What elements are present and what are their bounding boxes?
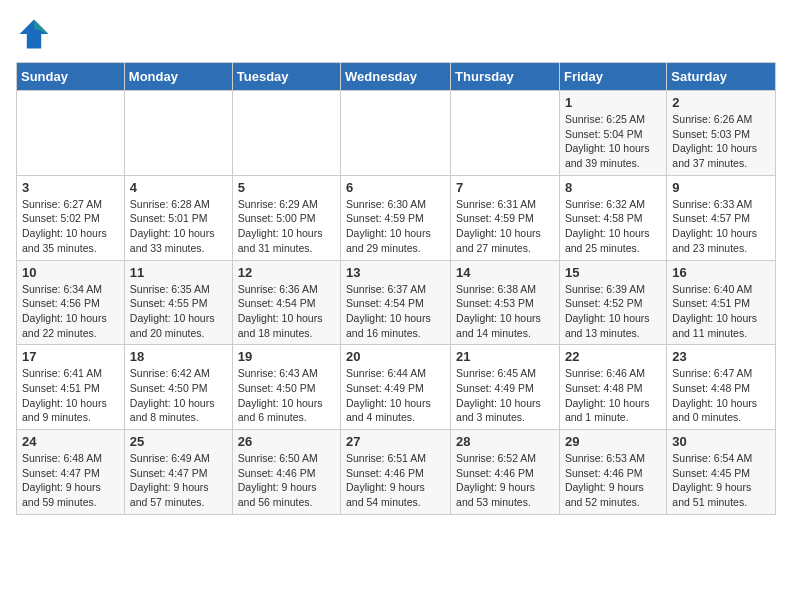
day-number: 1 [565, 95, 661, 110]
calendar-cell: 3Sunrise: 6:27 AM Sunset: 5:02 PM Daylig… [17, 175, 125, 260]
day-number: 9 [672, 180, 770, 195]
day-info: Sunrise: 6:31 AM Sunset: 4:59 PM Dayligh… [456, 198, 541, 254]
calendar-cell [17, 91, 125, 176]
day-info: Sunrise: 6:53 AM Sunset: 4:46 PM Dayligh… [565, 452, 645, 508]
day-number: 29 [565, 434, 661, 449]
day-info: Sunrise: 6:25 AM Sunset: 5:04 PM Dayligh… [565, 113, 650, 169]
calendar-cell: 23Sunrise: 6:47 AM Sunset: 4:48 PM Dayli… [667, 345, 776, 430]
calendar-cell: 13Sunrise: 6:37 AM Sunset: 4:54 PM Dayli… [341, 260, 451, 345]
day-info: Sunrise: 6:41 AM Sunset: 4:51 PM Dayligh… [22, 367, 107, 423]
weekday-header-thursday: Thursday [451, 63, 560, 91]
calendar-cell: 22Sunrise: 6:46 AM Sunset: 4:48 PM Dayli… [559, 345, 666, 430]
day-info: Sunrise: 6:27 AM Sunset: 5:02 PM Dayligh… [22, 198, 107, 254]
weekday-header-saturday: Saturday [667, 63, 776, 91]
day-number: 12 [238, 265, 335, 280]
day-number: 17 [22, 349, 119, 364]
day-info: Sunrise: 6:46 AM Sunset: 4:48 PM Dayligh… [565, 367, 650, 423]
calendar-cell: 21Sunrise: 6:45 AM Sunset: 4:49 PM Dayli… [451, 345, 560, 430]
day-info: Sunrise: 6:47 AM Sunset: 4:48 PM Dayligh… [672, 367, 757, 423]
day-info: Sunrise: 6:44 AM Sunset: 4:49 PM Dayligh… [346, 367, 431, 423]
day-number: 3 [22, 180, 119, 195]
calendar-cell: 1Sunrise: 6:25 AM Sunset: 5:04 PM Daylig… [559, 91, 666, 176]
calendar-cell: 4Sunrise: 6:28 AM Sunset: 5:01 PM Daylig… [124, 175, 232, 260]
calendar-cell [124, 91, 232, 176]
calendar-cell: 9Sunrise: 6:33 AM Sunset: 4:57 PM Daylig… [667, 175, 776, 260]
day-number: 22 [565, 349, 661, 364]
calendar-cell: 19Sunrise: 6:43 AM Sunset: 4:50 PM Dayli… [232, 345, 340, 430]
calendar-cell: 16Sunrise: 6:40 AM Sunset: 4:51 PM Dayli… [667, 260, 776, 345]
calendar-week-row: 1Sunrise: 6:25 AM Sunset: 5:04 PM Daylig… [17, 91, 776, 176]
day-number: 26 [238, 434, 335, 449]
weekday-header-tuesday: Tuesday [232, 63, 340, 91]
day-number: 6 [346, 180, 445, 195]
calendar-cell: 20Sunrise: 6:44 AM Sunset: 4:49 PM Dayli… [341, 345, 451, 430]
calendar-week-row: 17Sunrise: 6:41 AM Sunset: 4:51 PM Dayli… [17, 345, 776, 430]
calendar-cell: 25Sunrise: 6:49 AM Sunset: 4:47 PM Dayli… [124, 430, 232, 515]
day-number: 21 [456, 349, 554, 364]
day-info: Sunrise: 6:42 AM Sunset: 4:50 PM Dayligh… [130, 367, 215, 423]
day-info: Sunrise: 6:54 AM Sunset: 4:45 PM Dayligh… [672, 452, 752, 508]
calendar-cell: 26Sunrise: 6:50 AM Sunset: 4:46 PM Dayli… [232, 430, 340, 515]
day-info: Sunrise: 6:45 AM Sunset: 4:49 PM Dayligh… [456, 367, 541, 423]
calendar-week-row: 10Sunrise: 6:34 AM Sunset: 4:56 PM Dayli… [17, 260, 776, 345]
day-number: 7 [456, 180, 554, 195]
day-info: Sunrise: 6:28 AM Sunset: 5:01 PM Dayligh… [130, 198, 215, 254]
day-number: 25 [130, 434, 227, 449]
day-number: 14 [456, 265, 554, 280]
day-info: Sunrise: 6:49 AM Sunset: 4:47 PM Dayligh… [130, 452, 210, 508]
day-number: 13 [346, 265, 445, 280]
calendar-cell: 11Sunrise: 6:35 AM Sunset: 4:55 PM Dayli… [124, 260, 232, 345]
day-info: Sunrise: 6:35 AM Sunset: 4:55 PM Dayligh… [130, 283, 215, 339]
day-info: Sunrise: 6:36 AM Sunset: 4:54 PM Dayligh… [238, 283, 323, 339]
calendar-week-row: 24Sunrise: 6:48 AM Sunset: 4:47 PM Dayli… [17, 430, 776, 515]
day-number: 4 [130, 180, 227, 195]
day-info: Sunrise: 6:50 AM Sunset: 4:46 PM Dayligh… [238, 452, 318, 508]
weekday-header-sunday: Sunday [17, 63, 125, 91]
weekday-header-monday: Monday [124, 63, 232, 91]
day-info: Sunrise: 6:33 AM Sunset: 4:57 PM Dayligh… [672, 198, 757, 254]
calendar-cell: 24Sunrise: 6:48 AM Sunset: 4:47 PM Dayli… [17, 430, 125, 515]
day-info: Sunrise: 6:51 AM Sunset: 4:46 PM Dayligh… [346, 452, 426, 508]
day-info: Sunrise: 6:48 AM Sunset: 4:47 PM Dayligh… [22, 452, 102, 508]
day-info: Sunrise: 6:38 AM Sunset: 4:53 PM Dayligh… [456, 283, 541, 339]
day-number: 15 [565, 265, 661, 280]
day-info: Sunrise: 6:52 AM Sunset: 4:46 PM Dayligh… [456, 452, 536, 508]
calendar-cell: 14Sunrise: 6:38 AM Sunset: 4:53 PM Dayli… [451, 260, 560, 345]
day-info: Sunrise: 6:40 AM Sunset: 4:51 PM Dayligh… [672, 283, 757, 339]
day-number: 28 [456, 434, 554, 449]
day-number: 24 [22, 434, 119, 449]
logo-icon [16, 16, 52, 52]
day-number: 18 [130, 349, 227, 364]
calendar-table: SundayMondayTuesdayWednesdayThursdayFrid… [16, 62, 776, 515]
day-number: 11 [130, 265, 227, 280]
logo [16, 16, 56, 52]
calendar-cell: 29Sunrise: 6:53 AM Sunset: 4:46 PM Dayli… [559, 430, 666, 515]
weekday-header-row: SundayMondayTuesdayWednesdayThursdayFrid… [17, 63, 776, 91]
calendar-cell: 12Sunrise: 6:36 AM Sunset: 4:54 PM Dayli… [232, 260, 340, 345]
day-number: 10 [22, 265, 119, 280]
calendar-cell: 2Sunrise: 6:26 AM Sunset: 5:03 PM Daylig… [667, 91, 776, 176]
calendar-cell: 17Sunrise: 6:41 AM Sunset: 4:51 PM Dayli… [17, 345, 125, 430]
calendar-cell: 15Sunrise: 6:39 AM Sunset: 4:52 PM Dayli… [559, 260, 666, 345]
day-info: Sunrise: 6:37 AM Sunset: 4:54 PM Dayligh… [346, 283, 431, 339]
calendar-cell: 27Sunrise: 6:51 AM Sunset: 4:46 PM Dayli… [341, 430, 451, 515]
day-number: 27 [346, 434, 445, 449]
calendar-cell: 5Sunrise: 6:29 AM Sunset: 5:00 PM Daylig… [232, 175, 340, 260]
day-number: 16 [672, 265, 770, 280]
day-info: Sunrise: 6:32 AM Sunset: 4:58 PM Dayligh… [565, 198, 650, 254]
calendar-body: 1Sunrise: 6:25 AM Sunset: 5:04 PM Daylig… [17, 91, 776, 515]
calendar-cell: 18Sunrise: 6:42 AM Sunset: 4:50 PM Dayli… [124, 345, 232, 430]
calendar-header: SundayMondayTuesdayWednesdayThursdayFrid… [17, 63, 776, 91]
calendar-cell: 7Sunrise: 6:31 AM Sunset: 4:59 PM Daylig… [451, 175, 560, 260]
day-number: 8 [565, 180, 661, 195]
page-header [16, 16, 776, 52]
day-info: Sunrise: 6:29 AM Sunset: 5:00 PM Dayligh… [238, 198, 323, 254]
calendar-cell [341, 91, 451, 176]
weekday-header-friday: Friday [559, 63, 666, 91]
day-number: 19 [238, 349, 335, 364]
day-number: 30 [672, 434, 770, 449]
day-info: Sunrise: 6:26 AM Sunset: 5:03 PM Dayligh… [672, 113, 757, 169]
calendar-cell: 8Sunrise: 6:32 AM Sunset: 4:58 PM Daylig… [559, 175, 666, 260]
day-number: 20 [346, 349, 445, 364]
calendar-cell: 28Sunrise: 6:52 AM Sunset: 4:46 PM Dayli… [451, 430, 560, 515]
